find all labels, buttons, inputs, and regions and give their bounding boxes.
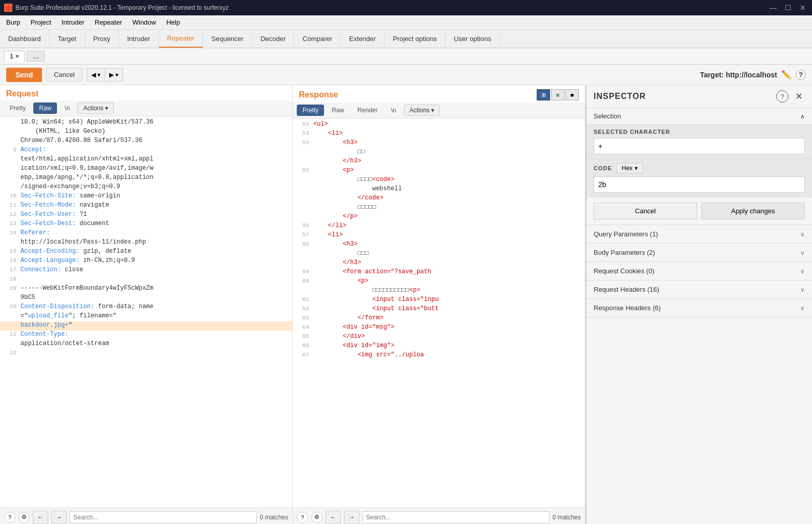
resp-settings-icon[interactable]: ⚙ bbox=[311, 512, 322, 523]
inspector-apply-button[interactable]: Apply changes bbox=[701, 203, 805, 219]
maximize-btn[interactable]: ☐ bbox=[783, 4, 794, 12]
titlebar: 🔴 Burp Suite Professional v2020.12.1 - T… bbox=[0, 0, 812, 15]
menu-repeater[interactable]: Repeater bbox=[93, 17, 124, 27]
inspector-header: INSPECTOR ? ✕ bbox=[586, 85, 812, 108]
req-line: 21 Content-Type: bbox=[0, 331, 292, 340]
resp-line: □□□ bbox=[293, 250, 585, 259]
inspector-help-icon[interactable]: ? bbox=[776, 90, 788, 103]
code-value-input[interactable] bbox=[594, 176, 805, 193]
req-settings-icon[interactable]: ⚙ bbox=[18, 512, 30, 523]
menu-intruder[interactable]: Intruder bbox=[59, 17, 87, 27]
app-icon: 🔴 bbox=[4, 4, 12, 12]
repeater-tab-1[interactable]: 1 × bbox=[4, 51, 25, 62]
resp-search-back[interactable]: ← bbox=[326, 511, 341, 524]
resp-line: </h3> bbox=[293, 259, 585, 268]
menu-help[interactable]: Help bbox=[164, 17, 182, 27]
resp-line: 57 <li> bbox=[293, 231, 585, 240]
response-search-input[interactable] bbox=[362, 511, 550, 523]
nav-back-button[interactable]: ◀ ▾ bbox=[87, 68, 105, 82]
help-target-icon[interactable]: ? bbox=[796, 70, 806, 80]
req-search-back[interactable]: ← bbox=[33, 511, 48, 524]
req-tab-newline[interactable]: \n bbox=[59, 103, 75, 114]
tab-repeater[interactable]: Repeater bbox=[159, 30, 203, 48]
inspector-cancel-button[interactable]: Cancel bbox=[594, 203, 697, 219]
request-search-input[interactable] bbox=[70, 511, 257, 523]
tab-project-options[interactable]: Project options bbox=[384, 30, 445, 48]
selected-char-box: SELECTED CHARACTER bbox=[586, 125, 812, 159]
tab-target[interactable]: Target bbox=[50, 30, 85, 48]
tab-user-options[interactable]: User options bbox=[445, 30, 500, 48]
code-type-btn[interactable]: Hex ▾ bbox=[616, 163, 643, 173]
menu-window[interactable]: Window bbox=[130, 17, 158, 27]
tab-comparer[interactable]: Comparer bbox=[294, 30, 341, 48]
resp-tab-newline[interactable]: \n bbox=[385, 105, 402, 116]
titlebar-controls[interactable]: — ☐ ✕ bbox=[767, 4, 808, 12]
menubar: Burp Project Intruder Repeater Window He… bbox=[0, 15, 812, 30]
selection-section-header[interactable]: Selection ∧ bbox=[586, 108, 812, 125]
repeater-tab-new[interactable]: … bbox=[27, 51, 45, 62]
response-toolbar: Pretty Raw Render \n Actions ▾ bbox=[293, 103, 585, 118]
menu-project[interactable]: Project bbox=[28, 17, 53, 27]
selected-char-input[interactable] bbox=[594, 138, 805, 154]
resp-line: 58 <h3> bbox=[293, 240, 585, 250]
resp-tab-actions[interactable]: Actions ▾ bbox=[404, 105, 440, 116]
resp-line: 59 <form action="?save_path bbox=[293, 268, 585, 277]
resp-line: 61 <input class="inpu bbox=[293, 296, 585, 305]
req-help-icon[interactable]: ? bbox=[4, 512, 15, 523]
body-params-header[interactable]: Body Parameters (2) ∨ bbox=[586, 244, 812, 261]
close-btn[interactable]: ✕ bbox=[798, 4, 808, 12]
req-tab-raw[interactable]: Raw bbox=[33, 103, 57, 114]
response-headers-header[interactable]: Response Headers (6) ∨ bbox=[586, 299, 812, 317]
view-list-btn[interactable]: ≡ bbox=[551, 89, 564, 100]
query-params-section: Query Parameters (1) ∨ bbox=[586, 225, 812, 244]
send-button[interactable]: Send bbox=[6, 68, 42, 82]
tab-decoder[interactable]: Decoder bbox=[252, 30, 294, 48]
minimize-btn[interactable]: — bbox=[767, 4, 779, 12]
resp-line: webshell bbox=[293, 185, 585, 194]
request-headers-label: Request Headers (16) bbox=[594, 286, 659, 293]
resp-line: 55 <p> bbox=[293, 167, 585, 176]
req-search-forward[interactable]: → bbox=[51, 511, 67, 524]
request-headers-header[interactable]: Request Headers (16) ∨ bbox=[586, 280, 812, 298]
view-split-btn[interactable]: ⊞ bbox=[537, 89, 550, 100]
req-line: 9bC5 bbox=[0, 294, 292, 303]
inspector-controls: ? ✕ bbox=[776, 90, 805, 103]
menu-burp[interactable]: Burp bbox=[4, 17, 22, 27]
resp-help-icon[interactable]: ? bbox=[297, 512, 308, 523]
request-cookies-header[interactable]: Request Cookies (0) ∨ bbox=[586, 262, 812, 280]
response-search-matches: 0 matches bbox=[553, 514, 581, 521]
response-code-area[interactable]: 52 <ul> 53 <li> 54 <h3> □□ bbox=[293, 118, 585, 508]
tab-sequencer[interactable]: Sequencer bbox=[203, 30, 252, 48]
resp-search-forward[interactable]: → bbox=[344, 511, 359, 524]
req-tab-actions[interactable]: Actions ▾ bbox=[77, 103, 114, 114]
request-code-area[interactable]: 10.0; Win64; x64) AppleWebKit/537.36 (KH… bbox=[0, 116, 292, 508]
resp-line: 63 </form> bbox=[293, 314, 585, 324]
req-line: 19 ------WebKitFormBoundary4wIyFScWpxZm bbox=[0, 285, 292, 294]
request-panel: Request Pretty Raw \n Actions ▾ 10.0; Wi… bbox=[0, 85, 293, 524]
query-params-header[interactable]: Query Parameters (1) ∨ bbox=[586, 225, 812, 243]
req-tab-pretty[interactable]: Pretty bbox=[4, 103, 31, 114]
cancel-button[interactable]: Cancel bbox=[46, 68, 82, 82]
nav-forward-button[interactable]: ▶ ▾ bbox=[105, 68, 123, 82]
tab-extender[interactable]: Extender bbox=[341, 30, 384, 48]
view-single-btn[interactable]: ■ bbox=[565, 89, 579, 100]
tab-proxy[interactable]: Proxy bbox=[85, 30, 119, 48]
tab-dashboard[interactable]: Dashboard bbox=[0, 30, 50, 48]
main-area: Request Pretty Raw \n Actions ▾ 10.0; Wi… bbox=[0, 85, 812, 524]
response-search-bar: ? ⚙ ← → 0 matches bbox=[293, 508, 585, 524]
req-line: 10 Sec-Fetch-Site: same-origin bbox=[0, 192, 292, 201]
req-line: 16 Accept-Language: zh-CN,zh;q=0.9 bbox=[0, 257, 292, 266]
query-params-chevron: ∨ bbox=[800, 231, 805, 238]
req-line: text/html,application/xhtml+xml,appl bbox=[0, 155, 292, 165]
tab-intruder[interactable]: Intruder bbox=[119, 30, 159, 48]
resp-tab-raw[interactable]: Raw bbox=[326, 105, 350, 116]
resp-line: 52 <ul> bbox=[293, 120, 585, 130]
edit-target-icon[interactable]: ✏️ bbox=[781, 70, 791, 79]
req-line: 18 bbox=[0, 275, 292, 285]
resp-tab-render[interactable]: Render bbox=[352, 105, 383, 116]
selection-chevron: ∧ bbox=[800, 113, 805, 120]
inspector-close-icon[interactable]: ✕ bbox=[793, 90, 805, 103]
request-headers-chevron: ∨ bbox=[800, 286, 805, 293]
resp-tab-pretty[interactable]: Pretty bbox=[297, 105, 324, 116]
req-line: 22 bbox=[0, 349, 292, 358]
